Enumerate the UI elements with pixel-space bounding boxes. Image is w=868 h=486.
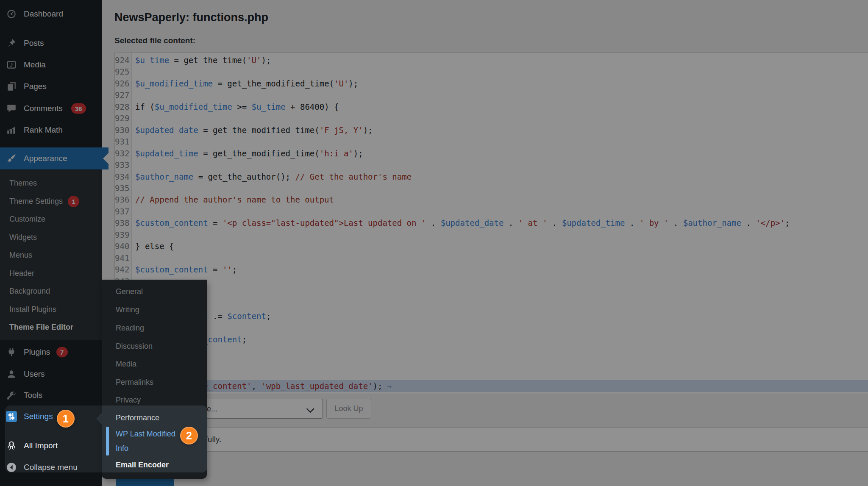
submenu-item-background[interactable]: Background	[9, 282, 50, 300]
line-number: 926	[115, 78, 128, 89]
flyout-item-performance[interactable]: Performance	[102, 409, 207, 427]
sidebar-item-tools[interactable]: Tools	[0, 385, 102, 406]
appearance-submenu: Themes Theme Settings1 Customize Widgets…	[0, 170, 102, 340]
submenu-item-customize[interactable]: Customize	[9, 210, 45, 228]
code-editor[interactable]: 924$u_time = get_the_time('U');925926$u_…	[114, 53, 868, 394]
settings-sliders-icon	[6, 411, 17, 422]
sidebar-item-all-import[interactable]: All Import	[0, 435, 102, 456]
sidebar-item-label: Posts	[24, 39, 44, 48]
sidebar-item-label: Plugins	[24, 347, 50, 357]
flyout-item-wp-last-modified-info[interactable]: WP Last Modified Info	[102, 426, 189, 456]
flyout-item-label: Media	[116, 360, 136, 368]
flyout-item-label: Discussion	[116, 342, 153, 350]
submenu-item-label: Background	[9, 287, 50, 296]
code-line: 942$custom_content = '';	[115, 264, 868, 275]
code-line: 953	[115, 392, 868, 394]
code-text: $updated_date = get_the_modified_time('F…	[135, 124, 868, 136]
line-number: 938	[115, 217, 128, 229]
line-number: 925	[115, 66, 128, 78]
line-number: 939	[115, 229, 128, 241]
submenu-item-widgets[interactable]: Widgets	[9, 228, 37, 246]
selected-file-content-label: Selected file content:	[114, 36, 195, 45]
flyout-item-email-encoder[interactable]: Email Encoder	[102, 456, 207, 474]
code-line: 944}	[115, 287, 868, 299]
line-number: 942	[115, 264, 128, 275]
code-line: 929	[115, 112, 868, 124]
code-line: 926$u_modified_time = get_the_modified_t…	[115, 78, 868, 89]
code-line: 941	[115, 252, 868, 264]
sidebar-item-media[interactable]: ♪ Media	[0, 54, 102, 75]
sidebar-item-label: Collapse menu	[24, 463, 78, 472]
chevron-down-icon	[306, 405, 314, 413]
paintbrush-icon	[6, 153, 17, 164]
flyout-item-label: WP Last Modified Info	[116, 430, 175, 453]
flyout-item-privacy[interactable]: Privacy	[102, 391, 207, 409]
pages-icon	[6, 81, 17, 92]
sidebar-item-collapse-menu[interactable]: Collapse menu	[0, 457, 102, 478]
submenu-item-label: Customize	[9, 215, 45, 224]
flyout-item-reading[interactable]: Reading	[102, 319, 207, 337]
sidebar-item-label: Comments	[24, 104, 63, 113]
line-number: 929	[115, 112, 128, 124]
sidebar-item-appearance[interactable]: Appearance	[0, 147, 102, 169]
submenu-item-install-plugins[interactable]: Install Plugins	[9, 300, 56, 318]
submenu-item-label: Theme File Editor	[9, 323, 73, 332]
code-line: 939	[115, 229, 868, 241]
submenu-item-label: Install Plugins	[9, 305, 56, 314]
submenu-item-label: Themes	[9, 179, 37, 188]
sidebar-item-dashboard[interactable]: Dashboard	[0, 3, 102, 25]
sidebar-item-label: Dashboard	[24, 9, 63, 19]
user-icon	[6, 369, 17, 380]
sidebar-item-posts[interactable]: Posts	[0, 33, 102, 54]
submenu-item-theme-settings[interactable]: Theme Settings1	[9, 192, 79, 210]
submenu-item-theme-file-editor[interactable]: Theme File Editor	[9, 318, 73, 336]
flyout-item-permalinks[interactable]: Permalinks	[102, 373, 207, 391]
line-number: 936	[115, 194, 128, 206]
comments-count-badge: 36	[71, 103, 86, 114]
flyout-item-label: Email Encoder	[116, 461, 169, 469]
code-text: return $custom_content;	[135, 333, 868, 345]
code-text: $custom_content .= $content;	[135, 310, 868, 322]
flyout-item-discussion[interactable]: Discussion	[102, 337, 207, 355]
wordpress-admin-screen: NewsPaperly: functions.php Selected file…	[0, 0, 868, 486]
submenu-item-header[interactable]: Header	[9, 264, 34, 282]
code-line: 927	[115, 89, 868, 101]
theme-settings-count-badge: 1	[68, 196, 79, 207]
success-notice: File edited successfully.	[114, 427, 868, 452]
sidebar-item-label: Pages	[24, 82, 47, 91]
submenu-item-label: Widgets	[9, 233, 37, 242]
code-text: $author_name = get_the_author(); // Get …	[135, 171, 868, 183]
code-line: 950}	[115, 357, 868, 369]
sidebar-item-label: Rank Math	[24, 125, 63, 135]
active-item-extension	[102, 147, 108, 169]
code-line: 928if ($u_modified_time >= $u_time + 864…	[115, 101, 868, 113]
settings-flyout-menu: General Writing Reading Discussion Media…	[102, 280, 207, 479]
sidebar-item-rank-math[interactable]: Rank Math	[0, 119, 102, 141]
code-line: 931	[115, 136, 868, 147]
sidebar-item-users[interactable]: Users	[0, 364, 102, 385]
update-file-button[interactable]	[116, 478, 174, 486]
flyout-item-media[interactable]: Media	[102, 355, 207, 373]
line-number: 927	[115, 89, 128, 101]
sidebar-item-plugins[interactable]: Plugins 7	[0, 342, 102, 363]
sidebar-item-comments[interactable]: Comments 36	[0, 98, 102, 119]
flyout-item-label: General	[116, 287, 143, 296]
code-text: $custom_content = '';	[135, 264, 868, 275]
sidebar-item-settings[interactable]: Settings	[0, 406, 102, 427]
look-up-button[interactable]: Look Up	[326, 399, 371, 419]
code-line: 938$custom_content = '<p class="last-upd…	[115, 217, 868, 229]
wrench-icon	[6, 390, 17, 401]
code-line: 936// Append the author's name to the ou…	[115, 194, 868, 206]
sidebar-item-label: Users	[24, 369, 45, 379]
code-text: $updated_time = get_the_modified_time('h…	[135, 147, 868, 159]
code-line: 934$author_name = get_the_author(); // G…	[115, 171, 868, 183]
submenu-item-themes[interactable]: Themes	[9, 174, 37, 192]
flyout-item-label: Privacy	[116, 396, 141, 404]
submenu-item-menus[interactable]: Menus	[9, 246, 32, 264]
flyout-item-general[interactable]: General	[102, 283, 207, 300]
flyout-item-writing[interactable]: Writing	[102, 301, 207, 319]
code-text: add_filter('the_content', 'wpb_last_upda…	[135, 380, 868, 392]
tutorial-step-1-badge: 1	[57, 410, 75, 428]
code-line: 948return $custom_content;	[115, 333, 868, 345]
sidebar-item-pages[interactable]: Pages	[0, 76, 102, 97]
